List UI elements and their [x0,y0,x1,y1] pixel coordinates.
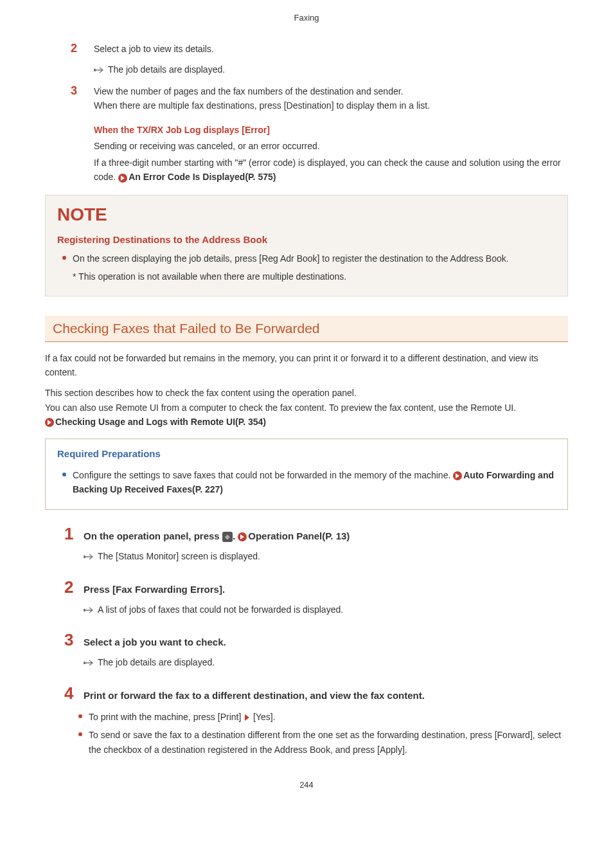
step-text: . [233,530,238,541]
remote-ui-ref-link[interactable]: Checking Usage and Logs with Remote UI(P… [55,417,266,427]
section-intro: This section describes how to check the … [45,386,568,429]
note-star: * This operation is not available when t… [73,269,556,284]
svg-rect-0 [94,69,96,71]
step-2: 2 Press [Fax Forwarding Errors]. [64,577,568,597]
step-text: On the operation panel, press [84,530,222,541]
step-number: 4 [64,683,84,703]
bullet-text-b: [Yes]. [251,712,275,722]
step-number: 2 [64,577,84,597]
substep-2: 2 Select a job to view its details. [71,42,568,56]
step-4-bullets: To print with the machine, press [Print]… [73,710,568,757]
section-title: Checking Faxes that Failed to Be Forward… [45,316,568,342]
step-line: View the number of pages and the fax num… [94,84,568,98]
bullet-icon [78,714,82,718]
note-subtitle: Registering Destinations to the Address … [57,234,556,245]
result-text: The job details are displayed. [108,64,225,75]
ref-icon [453,471,462,480]
intro-line: You can also use Remote UI from a comput… [45,401,568,415]
intro-ref: Checking Usage and Logs with Remote UI(P… [45,415,568,429]
prep-bullet: Configure the settings to save faxes tha… [62,468,556,497]
section-intro: If a fax could not be forwarded but rema… [45,351,568,380]
error-line: Sending or receiving was canceled, or an… [94,139,568,153]
bullet-icon [62,473,66,476]
svg-rect-1 [84,556,85,558]
step-result: A list of jobs of faxes that could not b… [84,602,568,617]
result-text: The job details are displayed. [98,657,215,667]
ref-icon [45,418,54,427]
step-result: The job details are displayed. [84,655,568,670]
status-monitor-key-icon [222,532,233,542]
ref-icon [118,174,127,183]
required-preparations-box: Required Preparations Configure the sett… [45,439,568,511]
error-line: If a three-digit number starting with "#… [94,156,568,185]
note-title: NOTE [57,204,556,225]
prep-bullet-text: Configure the settings to save faxes tha… [73,468,556,497]
step-heading: On the operation panel, press . Operatio… [84,529,568,544]
result-arrow-icon [94,63,105,77]
note-box: NOTE Registering Destinations to the Add… [45,195,568,296]
bullet-icon [78,732,82,736]
ref-icon [238,532,247,541]
step-number: 1 [64,524,84,544]
result-text: A list of jobs of faxes that could not b… [98,604,343,615]
step-number: 3 [71,84,94,113]
step-number: 3 [64,630,84,650]
step-text: View the number of pages and the fax num… [94,84,568,113]
error-heading: When the TX/RX Job Log displays [Error] [94,125,568,135]
operation-panel-ref-link[interactable]: Operation Panel(P. 13) [248,530,350,541]
intro-line: This section describes how to check the … [45,386,568,400]
result-arrow-icon [84,550,95,564]
note-bullet: On the screen displaying the job details… [62,251,556,266]
substep-3: 3 View the number of pages and the fax n… [71,84,568,113]
svg-rect-3 [84,662,85,664]
step-text: Select a job to view its details. [94,42,568,56]
bullet-icon [62,256,66,260]
note-bullet-text: On the screen displaying the job details… [73,251,509,266]
step-3: 3 Select a job you want to check. [64,630,568,650]
step-result: The job details are displayed. [94,62,568,77]
step-heading: Print or forward the fax to a different … [84,688,568,703]
step-bullet: To print with the machine, press [Print]… [78,710,568,724]
prep-text: Configure the settings to save faxes tha… [73,470,453,480]
prep-title: Required Preparations [57,448,556,459]
bullet-text: To print with the machine, press [Print]… [89,710,276,724]
bullet-text-a: To print with the machine, press [Print] [89,712,244,722]
step-line: When there are multiple fax destinations… [94,98,568,113]
step-heading: Select a job you want to check. [84,635,568,650]
step-number: 2 [71,42,94,56]
step-4: 4 Print or forward the fax to a differen… [64,683,568,703]
result-text: The [Status Monitor] screen is displayed… [98,551,260,561]
page-number: 244 [45,780,568,790]
error-ref-link[interactable]: An Error Code Is Displayed(P. 575) [129,172,276,182]
step-heading: Press [Fax Forwarding Errors]. [84,582,568,597]
step-1: 1 On the operation panel, press . Operat… [64,524,568,544]
step-bullet: To send or save the fax to a destination… [78,728,568,757]
page-content: Faxing 2 Select a job to view its detail… [0,0,613,815]
step-result: The [Status Monitor] screen is displayed… [84,549,568,564]
nav-arrow-icon [245,714,249,721]
result-arrow-icon [84,656,95,670]
result-arrow-icon [84,603,95,617]
page-header: Faxing [45,13,568,23]
svg-rect-2 [84,609,85,611]
bullet-text: To send or save the fax to a destination… [89,728,568,757]
